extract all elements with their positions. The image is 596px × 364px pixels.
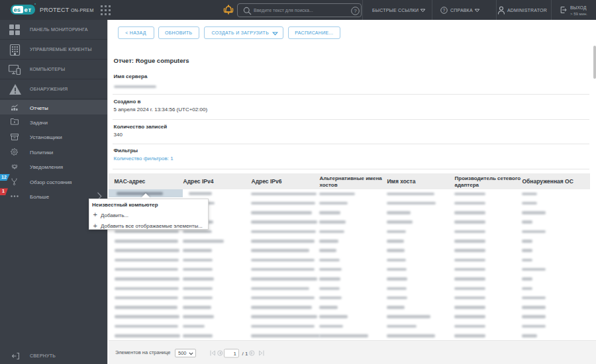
svg-text:?: ? — [354, 8, 357, 14]
svg-text:1: 1 — [234, 351, 237, 357]
svg-text:/ 1: / 1 — [242, 351, 248, 357]
svg-text:?: ? — [443, 8, 446, 13]
